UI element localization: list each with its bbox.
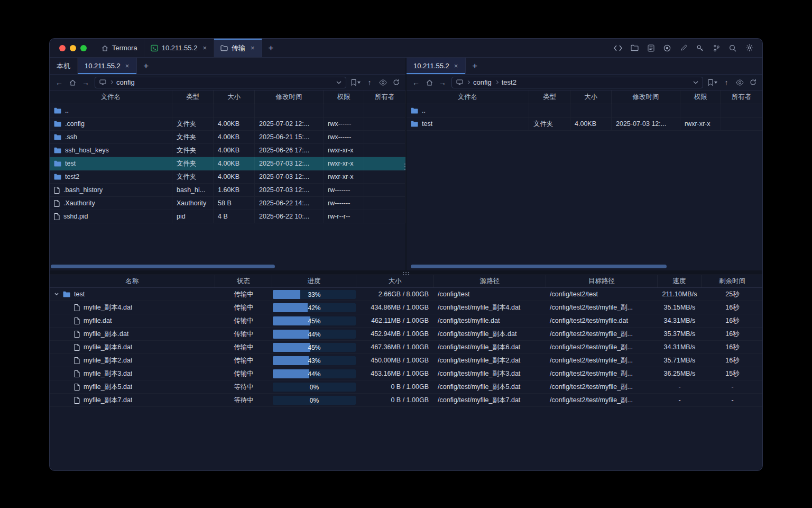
file-row[interactable]: .ssh文件夹4.00KB2025-06-21 15:...rwx------ bbox=[50, 131, 405, 144]
horizontal-scrollbar[interactable] bbox=[51, 265, 275, 268]
transfer-row[interactable]: test传输中33%2.66GB / 8.00GB/config/test/co… bbox=[50, 288, 762, 301]
column-header[interactable]: 类型 bbox=[529, 90, 570, 104]
back-button[interactable]: ← bbox=[55, 77, 63, 88]
transfer-row[interactable]: myfile_副本3.dat传输中44%453.16MB / 1.00GB/co… bbox=[50, 367, 762, 380]
transfer-row[interactable]: myfile_副本7.dat等待中0%0 B / 1.00GB/config/t… bbox=[50, 394, 762, 407]
code-icon[interactable] bbox=[613, 43, 623, 53]
transfer-row[interactable]: myfile_副本4.dat传输中42%434.86MB / 1.00GB/co… bbox=[50, 301, 762, 314]
file-row[interactable]: .XauthorityXauthority58 B2025-06-22 14:.… bbox=[50, 197, 405, 210]
key-icon[interactable] bbox=[695, 43, 705, 53]
close-tab-icon[interactable]: × bbox=[250, 44, 255, 52]
column-header[interactable]: 权限 bbox=[324, 90, 364, 104]
home-button[interactable] bbox=[68, 77, 77, 88]
forward-button[interactable]: → bbox=[438, 77, 447, 88]
column-header[interactable]: 所有者 bbox=[364, 90, 405, 104]
search-icon[interactable] bbox=[728, 43, 737, 53]
panel-tab-local[interactable]: 本机 bbox=[50, 58, 78, 74]
transfer-source-path: /config/test/myfile_副本.dat bbox=[434, 328, 546, 340]
record-icon[interactable] bbox=[662, 43, 672, 53]
panel-new-tab-button[interactable]: + bbox=[137, 58, 155, 74]
show-hidden-button[interactable] bbox=[735, 77, 744, 88]
zoom-window-button[interactable] bbox=[80, 45, 87, 51]
column-header[interactable]: 状态 bbox=[215, 275, 272, 287]
transfer-size: 453.16MB / 1.00GB bbox=[356, 367, 434, 380]
file-name: test bbox=[65, 157, 76, 170]
panel-tab-host[interactable]: 10.211.55.2 × bbox=[407, 58, 466, 74]
settings-icon[interactable] bbox=[744, 43, 754, 53]
transfer-name-cell: myfile_副本3.dat bbox=[50, 367, 215, 380]
close-window-button[interactable] bbox=[59, 45, 66, 51]
new-tab-button[interactable]: + bbox=[262, 39, 280, 57]
close-tab-icon[interactable]: × bbox=[125, 62, 130, 70]
file-row[interactable]: .. bbox=[50, 104, 405, 117]
column-header[interactable]: 修改时间 bbox=[612, 90, 680, 104]
file-row[interactable]: test文件夹4.00KB2025-07-03 12:...rwxr-xr-x bbox=[407, 117, 762, 131]
column-header[interactable]: 进度 bbox=[272, 275, 356, 287]
close-tab-icon[interactable]: × bbox=[454, 62, 459, 70]
transfer-row[interactable]: myfile_副本5.dat等待中0%0 B / 1.00GB/config/t… bbox=[50, 380, 762, 394]
bookmark-button[interactable] bbox=[351, 77, 361, 88]
column-header[interactable]: 目标路径 bbox=[546, 275, 658, 287]
log-icon[interactable] bbox=[646, 43, 656, 53]
transfer-row[interactable]: myfile_副本.dat传输中44%452.94MB / 1.00GB/con… bbox=[50, 328, 762, 341]
column-header[interactable]: 大小 bbox=[356, 275, 434, 287]
minimize-window-button[interactable] bbox=[70, 45, 76, 51]
path-breadcrumb[interactable]: config test2 bbox=[451, 77, 703, 88]
chevron-down-icon[interactable] bbox=[54, 292, 59, 297]
file-row[interactable]: .bash_historybash_hi...1.60KB2025-07-03 … bbox=[50, 184, 405, 197]
path-segment[interactable]: config bbox=[473, 78, 492, 86]
folder-icon bbox=[54, 147, 61, 153]
refresh-button[interactable] bbox=[749, 77, 757, 88]
chevron-down-icon[interactable] bbox=[693, 81, 698, 84]
panel-new-tab-button[interactable]: + bbox=[466, 58, 484, 74]
path-breadcrumb[interactable]: config bbox=[95, 77, 346, 88]
panel-tab-host[interactable]: 10.211.55.2 × bbox=[78, 58, 137, 74]
folder-icon[interactable] bbox=[630, 43, 639, 53]
column-header[interactable]: 修改时间 bbox=[255, 90, 324, 104]
edit-icon[interactable] bbox=[679, 43, 688, 53]
up-directory-button[interactable]: ↑ bbox=[365, 77, 374, 88]
transfer-row[interactable]: myfile_副本2.dat传输中43%450.00MB / 1.00GB/co… bbox=[50, 354, 762, 367]
refresh-button[interactable] bbox=[392, 77, 400, 88]
file-row[interactable]: ssh_host_keys文件夹4.00KB2025-06-26 17:...r… bbox=[50, 144, 405, 157]
column-header[interactable]: 文件名 bbox=[407, 90, 529, 104]
transfer-splitter[interactable] bbox=[50, 270, 762, 275]
file-row[interactable]: .. bbox=[407, 104, 762, 117]
show-hidden-button[interactable] bbox=[379, 77, 387, 88]
forward-button[interactable]: → bbox=[81, 77, 90, 88]
close-tab-icon[interactable]: × bbox=[202, 44, 207, 52]
chevron-down-icon[interactable] bbox=[336, 81, 342, 84]
file-row[interactable]: test文件夹4.00KB2025-07-03 12:...rwxr-xr-x bbox=[50, 157, 405, 170]
transfer-row[interactable]: myfile.dat传输中45%462.11MB / 1.00GB/config… bbox=[50, 314, 762, 328]
column-header[interactable]: 速度 bbox=[658, 275, 702, 287]
file-row[interactable]: sshd.pidpid4 B2025-06-22 10:...rw-r--r-- bbox=[50, 210, 405, 223]
folder-icon bbox=[54, 121, 61, 127]
path-segment[interactable]: config bbox=[116, 78, 135, 86]
branch-icon[interactable] bbox=[712, 43, 721, 53]
column-header[interactable]: 权限 bbox=[680, 90, 721, 104]
path-segment[interactable]: test2 bbox=[502, 78, 516, 86]
tab-transfer[interactable]: 传输 × bbox=[214, 39, 262, 57]
column-header[interactable]: 所有者 bbox=[721, 90, 762, 104]
tab-host-10-211-55-2[interactable]: 10.211.55.2 × bbox=[144, 39, 214, 57]
transfer-row[interactable]: myfile_副本6.dat传输中45%467.36MB / 1.00GB/co… bbox=[50, 341, 762, 354]
tab-termora[interactable]: Termora bbox=[95, 39, 144, 57]
column-header[interactable]: 名称 bbox=[50, 275, 215, 287]
back-button[interactable]: ← bbox=[412, 77, 420, 88]
column-header[interactable]: 类型 bbox=[172, 90, 214, 104]
column-header[interactable]: 文件名 bbox=[50, 90, 172, 104]
column-header[interactable]: 大小 bbox=[570, 90, 612, 104]
file-row[interactable]: .config文件夹4.00KB2025-07-02 12:...rwx----… bbox=[50, 117, 405, 131]
column-header[interactable]: 大小 bbox=[214, 90, 255, 104]
file-permissions-cell: rw-r--r-- bbox=[324, 210, 364, 223]
horizontal-scrollbar[interactable] bbox=[411, 265, 667, 268]
file-owner-cell bbox=[721, 117, 762, 130]
column-header[interactable]: 源路径 bbox=[434, 275, 546, 287]
progress-track: 44% bbox=[273, 369, 356, 378]
column-header[interactable]: 剩余时间 bbox=[702, 275, 763, 287]
bookmark-button[interactable] bbox=[708, 77, 717, 88]
up-directory-button[interactable]: ↑ bbox=[722, 77, 731, 88]
transfer-progress-cell: 0% bbox=[272, 394, 356, 406]
home-button[interactable] bbox=[425, 77, 433, 88]
file-row[interactable]: test2文件夹4.00KB2025-07-03 12:...rwxr-xr-x bbox=[50, 170, 405, 184]
